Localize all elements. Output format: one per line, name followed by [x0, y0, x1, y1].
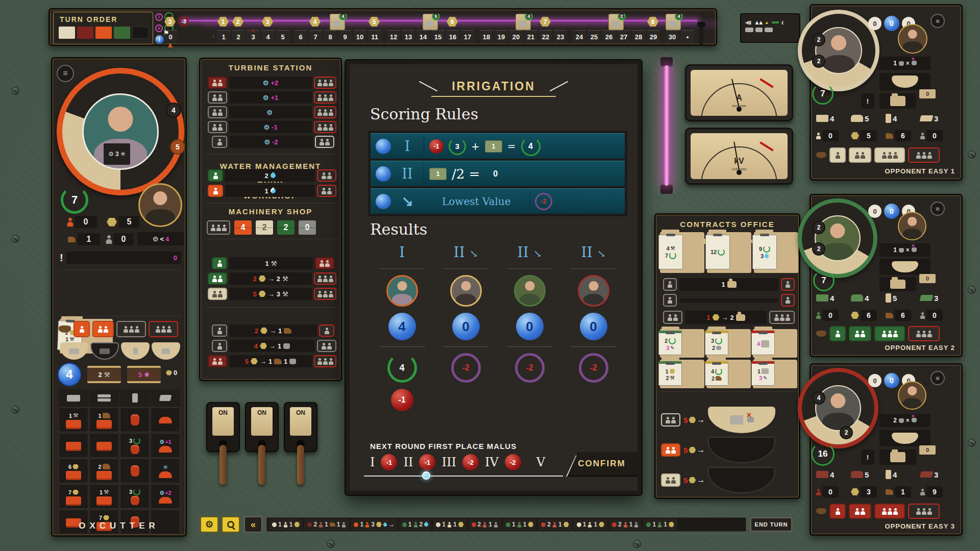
small-contract[interactable]: 84	[753, 329, 797, 358]
advisor-portrait[interactable]	[898, 24, 927, 54]
history-entry[interactable]: 11	[503, 519, 536, 530]
contract-holder[interactable]	[879, 449, 916, 465]
opponent-worker-button[interactable]	[874, 504, 905, 519]
water-slot-left[interactable]	[208, 185, 223, 197]
grid-cell[interactable]	[89, 433, 119, 458]
slider-marker[interactable]	[422, 471, 430, 480]
premium-contract[interactable]: 134⚒7	[660, 232, 704, 273]
contract-slot[interactable]	[781, 294, 795, 307]
contract-holder[interactable]	[879, 277, 916, 291]
confirm-button[interactable]: CONFIRM	[566, 452, 638, 477]
grid-cell[interactable]: 7	[59, 484, 88, 509]
opponent-worker-button[interactable]	[849, 326, 871, 341]
premium-contract[interactable]: 1593	[754, 232, 798, 273]
place-1-engineer-button[interactable]	[74, 321, 90, 337]
bank-slot[interactable]	[207, 220, 230, 235]
alert-slot[interactable]: !	[861, 449, 874, 465]
segment-holder[interactable]	[879, 259, 930, 275]
water-slot-right[interactable]	[317, 185, 336, 197]
small-contract[interactable]: 913✎	[753, 360, 797, 388]
patent-tile-empty[interactable]	[708, 467, 775, 493]
turbine-slot-right[interactable]	[314, 106, 336, 118]
workshop-slot-left[interactable]	[208, 288, 227, 300]
contract-slot[interactable]	[781, 278, 795, 291]
patent-slot[interactable]	[661, 413, 680, 427]
history-entry[interactable]: 11	[269, 519, 303, 530]
opponent-worker-button[interactable]	[874, 326, 905, 341]
turbine-slot-right[interactable]	[314, 77, 336, 89]
drill-bar[interactable]: 5✳	[127, 366, 161, 383]
switch-handle[interactable]	[297, 445, 304, 485]
workshop-slot-left[interactable]	[208, 272, 227, 285]
history-entry[interactable]: 13→	[351, 519, 397, 530]
workshop-slot-right[interactable]	[314, 272, 336, 285]
opponent-worker-button[interactable]	[849, 147, 871, 163]
opponent-wheel[interactable]	[798, 198, 877, 278]
history-entry[interactable]: 21	[538, 519, 572, 530]
turbine-slot-left[interactable]	[208, 77, 227, 89]
history-entry[interactable]: 21	[469, 519, 501, 530]
segment-holder[interactable]	[879, 73, 930, 90]
settings-button[interactable]: ⚙	[200, 516, 218, 533]
wheel-segment-tile[interactable]	[152, 342, 180, 360]
turn-tile-empty[interactable]	[132, 27, 149, 39]
opponent-worker-button[interactable]	[829, 326, 846, 341]
small-contract[interactable]: 632	[706, 329, 751, 358]
switch-handle[interactable]	[219, 445, 227, 485]
wheel-segment-tile-selected[interactable]	[90, 342, 119, 360]
wheel-segment-tile[interactable]	[121, 342, 150, 360]
opponent-worker-button[interactable]	[908, 147, 940, 163]
end-turn-button[interactable]: END TURN	[750, 517, 792, 532]
water-slot-right[interactable]	[317, 169, 336, 182]
machinery-slot-right[interactable]	[314, 355, 336, 367]
patent-tile-empty[interactable]	[708, 437, 775, 463]
turn-tile-darkred[interactable]	[77, 27, 93, 39]
wrench-bar[interactable]: 2⚒	[87, 366, 121, 383]
history-entry[interactable]: 11	[433, 519, 467, 530]
grid-cell[interactable]: 1	[89, 408, 119, 432]
grid-cell[interactable]	[59, 433, 88, 458]
machinery-slot-left[interactable]	[212, 340, 227, 352]
place-3-workers-locked-button[interactable]	[149, 321, 178, 337]
turbine-slot-right[interactable]	[315, 136, 334, 148]
alert-bar[interactable]: 0	[66, 252, 181, 264]
history-entry[interactable]: 11	[643, 519, 677, 530]
board-menu-button[interactable]: ≡	[930, 371, 945, 385]
place-3-workers-button[interactable]	[116, 321, 146, 337]
grid-cell[interactable]: 2	[89, 459, 119, 483]
toggle-switch[interactable]: ON	[206, 402, 240, 489]
track-lever-knob[interactable]	[697, 22, 705, 27]
grid-cell[interactable]	[120, 408, 150, 432]
wheel-segment-tile[interactable]	[60, 342, 88, 360]
workshop-slot-right[interactable]	[315, 257, 334, 269]
small-contract[interactable]: 223✎	[660, 329, 704, 358]
opponent-worker-button[interactable]	[908, 326, 940, 341]
grid-cell[interactable]	[151, 408, 180, 432]
turbine-slot-left[interactable]	[212, 136, 227, 148]
opponent-wheel[interactable]	[798, 10, 879, 91]
small-contract[interactable]: 212⚒	[660, 360, 704, 388]
small-contract[interactable]: 542	[706, 360, 751, 388]
machinery-slot-left[interactable]	[208, 355, 227, 367]
opponent-worker-button[interactable]	[829, 504, 846, 519]
history-rewind-button[interactable]: «	[244, 516, 262, 533]
buy-contract-slot[interactable]	[769, 311, 795, 324]
turn-tile-cream[interactable]	[59, 27, 75, 39]
opponent-worker-button[interactable]	[849, 504, 871, 519]
machinery-slot-left[interactable]	[212, 324, 227, 337]
grid-cell[interactable]	[120, 459, 150, 483]
contract-holder[interactable]	[879, 93, 916, 109]
history-entry[interactable]: 21	[609, 519, 642, 530]
grid-cell[interactable]: 1⚒	[89, 484, 119, 509]
contract-slot[interactable]	[663, 278, 677, 291]
grid-cell[interactable]: 3	[120, 433, 150, 458]
contract-slot[interactable]	[663, 294, 677, 307]
advisor-portrait[interactable]	[138, 183, 182, 227]
opponent-worker-button[interactable]	[829, 147, 846, 163]
place-2-engineers-button[interactable]	[92, 321, 114, 337]
board-menu-button[interactable]: ≡	[57, 65, 74, 82]
toggle-switch[interactable]: ON	[245, 402, 279, 489]
track-lever-icon[interactable]	[699, 25, 703, 44]
opponent-worker-button[interactable]	[874, 147, 905, 163]
opponent-worker-button[interactable]	[908, 504, 940, 519]
